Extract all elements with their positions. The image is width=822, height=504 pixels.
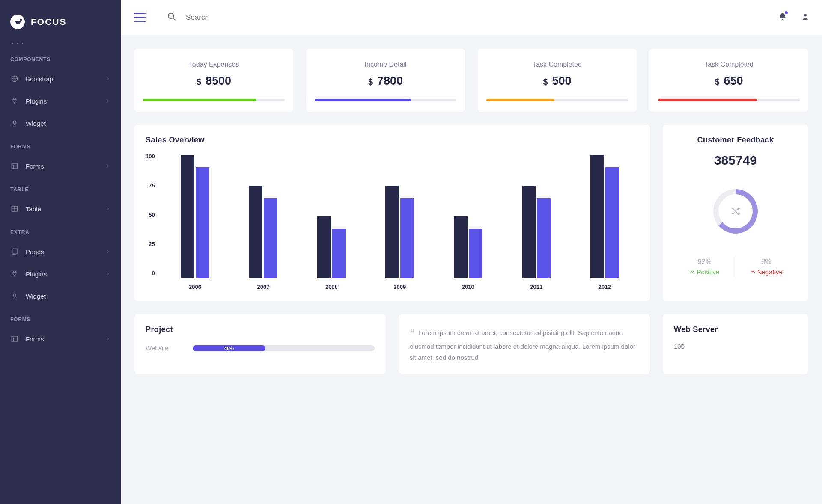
stat-card: Income Detail$7800	[306, 49, 465, 112]
grid-icon	[10, 205, 19, 213]
quote-icon: ❝	[410, 328, 415, 338]
sidebar-item-plugins[interactable]: Plugins	[0, 90, 121, 112]
feedback-card: Customer Feedback 385749 92% Positive 8%…	[663, 125, 808, 301]
user-icon[interactable]	[801, 12, 809, 23]
chevron-right-icon	[105, 75, 110, 83]
copy-icon	[10, 247, 19, 256]
bar	[196, 167, 209, 278]
positive-pct: 92%	[676, 258, 733, 266]
bar	[454, 216, 468, 278]
sidebar-item-forms[interactable]: Forms	[0, 155, 121, 177]
sidebar-item-bootstrap[interactable]: Bootstrap	[0, 68, 121, 90]
stat-card: Task Completed$500	[478, 49, 637, 112]
negative-label: Negative	[751, 268, 783, 276]
stat-title: Task Completed	[486, 61, 628, 68]
x-tick: 2007	[257, 284, 269, 290]
mic-icon	[10, 292, 19, 300]
quote-text: Lorem ipsum dolor sit amet, consectetur …	[410, 329, 635, 361]
x-tick: 2006	[189, 284, 201, 290]
project-card: Project Website40%	[134, 314, 386, 374]
project-name: Website	[146, 344, 193, 352]
svg-rect-4	[13, 249, 17, 254]
sidebar-item-label: Forms	[26, 335, 44, 343]
sidebar-item-label: Table	[26, 205, 41, 213]
sidebar-item-widget[interactable]: Widget	[0, 285, 121, 307]
bar	[181, 155, 194, 278]
project-row: Website40%	[146, 344, 375, 352]
sidebar-item-label: Pages	[26, 248, 44, 255]
feedback-value: 385749	[674, 153, 797, 168]
svg-rect-2	[12, 163, 18, 169]
stats-row: Today Expenses$8500Income Detail$7800Tas…	[134, 49, 808, 112]
bar-group	[590, 155, 619, 278]
section-label: FORMS	[0, 307, 121, 328]
bar-group	[249, 186, 277, 278]
main: Today Expenses$8500Income Detail$7800Tas…	[121, 0, 822, 504]
bar	[537, 198, 551, 278]
negative-pct: 8%	[739, 258, 795, 266]
brand-label: FOCUS	[31, 17, 67, 27]
sidebar-item-label: Widget	[26, 293, 46, 300]
bar	[522, 186, 536, 278]
chevron-right-icon	[105, 205, 110, 213]
bar	[400, 198, 414, 278]
y-tick: 0	[152, 270, 155, 276]
sidebar-item-widget[interactable]: Widget	[0, 112, 121, 134]
quote-card: ❝Lorem ipsum dolor sit amet, consectetur…	[399, 314, 650, 374]
bar	[590, 155, 604, 278]
x-tick: 2009	[393, 284, 406, 290]
bar-group	[317, 216, 346, 278]
stat-card: Task Completed$650	[649, 49, 808, 112]
x-tick: 2012	[599, 284, 611, 290]
sidebar-item-label: Widget	[26, 120, 46, 127]
bar-group	[181, 155, 209, 278]
svg-point-5	[13, 294, 16, 296]
search-input[interactable]	[186, 13, 778, 22]
sales-title: Sales Overview	[146, 136, 639, 145]
chevron-right-icon	[105, 335, 110, 343]
y-tick: 75	[149, 182, 155, 189]
layout-icon	[10, 335, 19, 343]
sidebar-item-label: Forms	[26, 163, 44, 170]
sidebar-item-label: Plugins	[26, 98, 47, 105]
stat-value: $8500	[143, 74, 285, 88]
sidebar-item-table[interactable]: Table	[0, 198, 121, 220]
bar	[317, 216, 331, 278]
stat-card: Today Expenses$8500	[134, 49, 293, 112]
menu-toggle-icon[interactable]	[134, 13, 146, 22]
svg-point-7	[168, 13, 174, 19]
x-tick: 2011	[530, 284, 542, 290]
plug-icon	[10, 270, 19, 278]
logo[interactable]: FOCUS	[0, 9, 121, 35]
notifications-icon[interactable]	[778, 12, 787, 23]
bar-group	[385, 186, 414, 278]
logo-icon	[10, 15, 25, 29]
svg-point-1	[13, 121, 16, 123]
topbar	[121, 0, 822, 35]
web-value: 100	[674, 343, 797, 350]
positive-label: Positive	[690, 268, 719, 276]
y-tick: 25	[149, 241, 155, 247]
web-title: Web Server	[674, 325, 797, 334]
bar-group	[522, 186, 551, 278]
sidebar-item-label: Plugins	[26, 270, 47, 278]
stat-value: $650	[658, 74, 800, 88]
chevron-right-icon	[105, 248, 110, 255]
sidebar-item-pages[interactable]: Pages	[0, 240, 121, 263]
sidebar-item-forms[interactable]: Forms	[0, 328, 121, 350]
section-label: TABLE	[0, 177, 121, 198]
search-icon[interactable]	[167, 12, 176, 23]
y-tick: 100	[146, 153, 155, 160]
bar	[469, 229, 482, 278]
sidebar-item-plugins[interactable]: Plugins	[0, 263, 121, 285]
svg-point-8	[804, 14, 807, 16]
stat-progress	[315, 99, 456, 101]
section-label: COMPONENTS	[0, 47, 121, 68]
bar	[249, 186, 262, 278]
globe-icon	[10, 74, 19, 83]
section-label: FORMS	[0, 134, 121, 155]
bar	[385, 186, 399, 278]
stat-progress	[658, 99, 800, 101]
project-progress: 40%	[193, 345, 375, 351]
shuffle-icon	[713, 189, 758, 234]
